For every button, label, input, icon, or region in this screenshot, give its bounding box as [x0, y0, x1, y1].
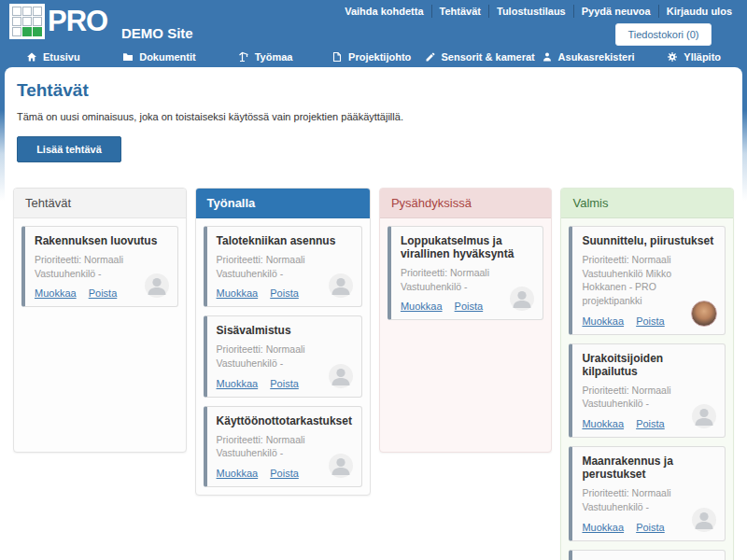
task-title: Suunnittelu, piirustukset: [582, 234, 715, 247]
nav-item-dokumentit[interactable]: Dokumentit: [106, 47, 213, 67]
delete-link[interactable]: Poista: [636, 418, 665, 429]
avatar-photo: [691, 301, 717, 327]
avatar-placeholder: [328, 453, 354, 479]
task-priority: Prioriteetti: Normaali: [401, 266, 534, 280]
top-link-print-order[interactable]: Tulostustilaus: [488, 5, 573, 18]
top-link-change-target[interactable]: Vaihda kohdetta: [337, 5, 430, 18]
task-title: Loppukatselmus ja virallinen hyväksyntä: [401, 234, 534, 260]
main-nav: Etusivu Dokumentit Työmaa Projektijohto …: [0, 47, 747, 67]
avatar-placeholder: [144, 273, 170, 299]
column-header: Valmis: [561, 189, 733, 218]
delete-link[interactable]: Poista: [270, 378, 299, 389]
column-header: Tehtävät: [14, 189, 186, 218]
task-priority: Prioriteetti: Normaali: [217, 253, 352, 267]
avatar-placeholder: [328, 273, 354, 299]
task-title: Maanrakennus ja perustukset: [582, 455, 715, 481]
nav-label: Dokumentit: [139, 51, 196, 63]
task-priority: Prioriteetti: Normaali: [35, 253, 168, 267]
task-card[interactable]: Maanrakennus ja perustukset Prioriteetti…: [569, 446, 726, 540]
task-assignee: Vastuuhenkilö Mikko Hokkanen - PRO proje…: [582, 267, 715, 308]
home-icon: [26, 51, 37, 63]
top-link-logout[interactable]: Kirjaudu ulos: [658, 5, 740, 18]
edit-link[interactable]: Muokkaa: [217, 468, 259, 479]
content-panel: Tehtävät Tämä on uusi ominaisuus, joka o…: [5, 67, 742, 560]
nav-item-projektijohto[interactable]: Projektijohto: [318, 47, 425, 67]
edit-link[interactable]: Muokkaa: [401, 301, 443, 312]
task-priority: Prioriteetti: Normaali: [582, 384, 715, 398]
edit-link[interactable]: Muokkaa: [35, 287, 77, 299]
gear-icon: [667, 51, 678, 63]
nav-item-etusivu[interactable]: Etusivu: [0, 47, 106, 67]
kanban-column-pysahdyksissa: Pysähdyksissä Loppukatselmus ja virallin…: [379, 188, 553, 453]
delete-link[interactable]: Poista: [270, 287, 299, 299]
pencil-icon: [425, 51, 436, 63]
brand-logo[interactable]: PRO: [9, 4, 107, 39]
brand-name: PRO: [48, 4, 107, 39]
task-card[interactable]: Runkotyöt Prioriteetti: Normaali Vastuuh…: [569, 550, 726, 560]
task-title: Sisävalmistus: [217, 324, 352, 337]
kanban-board: Tehtävät Rakennuksen luovutus Prioriteet…: [13, 188, 734, 560]
folder-icon: [122, 51, 134, 63]
add-task-button[interactable]: Lisää tehtävä: [17, 136, 121, 162]
page-description: Tämä on uusi ominaisuus, joka on toistai…: [17, 111, 734, 122]
column-header: Työnalla: [196, 189, 370, 218]
edit-link[interactable]: Muokkaa: [582, 522, 624, 533]
delete-link[interactable]: Poista: [270, 468, 299, 479]
avatar-placeholder: [328, 363, 354, 389]
grid-logo-icon: [9, 4, 45, 39]
crane-icon: [238, 51, 249, 63]
document-icon: [331, 51, 343, 63]
column-header: Pysähdyksissä: [380, 189, 552, 218]
nav-label: Ylläpito: [684, 51, 721, 63]
kanban-column-tyonalla: Työnalla Talotekniikan asennus Prioritee…: [195, 188, 371, 496]
edit-link[interactable]: Muokkaa: [582, 418, 624, 429]
task-card[interactable]: Talotekniikan asennus Prioriteetti: Norm…: [204, 226, 362, 307]
nav-item-tyomaa[interactable]: Työmaa: [212, 47, 318, 67]
top-links-bar: Vaihda kohdetta Tehtävät Tulostustilaus …: [337, 5, 740, 18]
task-title: Talotekniikan asennus: [217, 234, 352, 247]
task-priority: Prioriteetti: Normaali: [217, 343, 352, 357]
task-card[interactable]: Suunnittelu, piirustukset Prioriteetti: …: [569, 226, 726, 335]
task-title: Rakennuksen luovutus: [35, 234, 168, 247]
site-name: DEMO Site: [121, 25, 193, 41]
task-title: Käyttöönottotarkastukset: [217, 414, 352, 427]
top-link-tasks[interactable]: Tehtävät: [431, 5, 488, 18]
task-priority: Prioriteetti: Normaali: [582, 486, 715, 500]
task-priority: Prioriteetti: Normaali: [217, 433, 352, 447]
task-card[interactable]: Sisävalmistus Prioriteetti: Normaali Vas…: [204, 315, 362, 397]
app-page: PRO DEMO Site Vaihda kohdetta Tehtävät T…: [0, 0, 747, 560]
top-link-ask-advice[interactable]: Pyydä neuvoa: [573, 5, 658, 18]
nav-label: Etusivu: [43, 51, 80, 63]
nav-label: Projektijohto: [348, 51, 411, 63]
edit-link[interactable]: Muokkaa: [217, 378, 259, 389]
avatar-placeholder: [691, 507, 717, 533]
edit-link[interactable]: Muokkaa: [582, 315, 624, 327]
avatar-placeholder: [509, 286, 535, 312]
task-card[interactable]: Urakoitsijoiden kilpailutus Prioriteetti…: [569, 343, 726, 438]
delete-link[interactable]: Poista: [636, 315, 665, 327]
nav-label: Työmaa: [255, 51, 293, 63]
edit-link[interactable]: Muokkaa: [217, 287, 259, 299]
nav-item-yllapito[interactable]: Ylläpito: [641, 47, 747, 67]
task-card[interactable]: Loppukatselmus ja virallinen hyväksyntä …: [388, 226, 544, 320]
delete-link[interactable]: Poista: [636, 522, 665, 533]
file-basket-button[interactable]: Tiedostokori (0): [615, 23, 712, 46]
kanban-column-tehtavat: Tehtävät Rakennuksen luovutus Prioriteet…: [13, 188, 187, 453]
nav-item-sensorit[interactable]: Sensorit & kamerat: [425, 47, 535, 67]
nav-item-asukasrekisteri[interactable]: Asukasrekisteri: [535, 47, 641, 67]
nav-label: Sensorit & kamerat: [442, 51, 535, 63]
task-priority: Prioriteetti: Normaali: [582, 253, 715, 267]
task-title: Urakoitsijoiden kilpailutus: [582, 352, 715, 378]
delete-link[interactable]: Poista: [455, 301, 484, 312]
avatar-placeholder: [691, 403, 717, 429]
person-icon: [542, 51, 553, 63]
task-card[interactable]: Rakennuksen luovutus Prioriteetti: Norma…: [21, 226, 178, 307]
nav-label: Asukasrekisteri: [558, 51, 635, 63]
page-title: Tehtävät: [17, 80, 734, 101]
task-card[interactable]: Käyttöönottotarkastukset Prioriteetti: N…: [204, 406, 362, 487]
kanban-column-valmis: Valmis Suunnittelu, piirustukset Priorit…: [560, 188, 734, 560]
delete-link[interactable]: Poista: [89, 287, 118, 299]
